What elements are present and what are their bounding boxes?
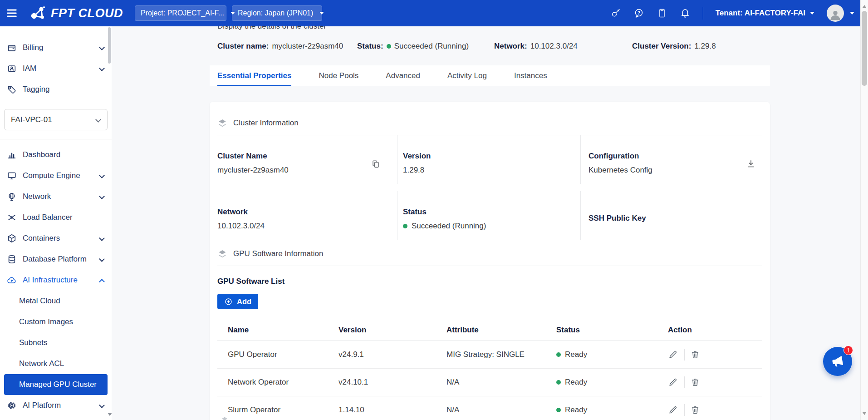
page-scrollbar[interactable]	[860, 0, 868, 420]
gpu-software-list-title: GPU Software List	[217, 277, 762, 286]
delete-trash-icon[interactable]	[690, 377, 700, 387]
page-scrollbar-thumb[interactable]	[862, 11, 867, 86]
chevron-down-icon	[99, 66, 104, 71]
field-label: Network	[217, 208, 397, 217]
sidebar-item-database-platform[interactable]: Database Platform	[0, 249, 112, 270]
sidebar-divider	[0, 139, 112, 139]
page-subtitle: Display the details of the cluster	[217, 26, 326, 31]
wallet-icon	[7, 43, 17, 53]
field-label: Status	[403, 208, 580, 217]
action-divider	[684, 376, 685, 388]
caret-down-icon	[810, 12, 814, 17]
next-section-layers-icon	[221, 416, 229, 420]
cloud-icon	[7, 275, 17, 285]
copy-icon[interactable]	[371, 159, 381, 169]
support-icon[interactable]: ?	[633, 8, 644, 19]
chevron-down-icon	[99, 173, 104, 178]
sidebar-item-dashboard[interactable]: Dashboard	[0, 144, 112, 165]
delete-trash-icon[interactable]	[690, 350, 700, 360]
sidebar-item-label: Database Platform	[23, 255, 99, 264]
caret-down-icon[interactable]	[850, 12, 854, 17]
download-icon[interactable]	[746, 159, 756, 169]
sidebar-item-compute-engine[interactable]: Compute Engine	[0, 165, 112, 186]
id-badge-icon	[7, 64, 17, 74]
status-dot	[556, 408, 561, 412]
database-icon	[7, 254, 17, 264]
sidebar-item-subnets[interactable]: Subnets	[0, 332, 112, 353]
sidebar-item-load-balancer[interactable]: Load Balancer	[0, 207, 112, 228]
cell-attribute: MIG Strategy: SINGLE	[436, 350, 546, 359]
scroll-up-arrow-icon[interactable]	[863, 3, 866, 8]
tab-label: Advanced	[386, 71, 420, 80]
sidebar-item-tagging[interactable]: Tagging	[0, 79, 112, 100]
hamburger-menu-icon[interactable]	[5, 6, 19, 20]
region-label: Region: Japan (JPN01)	[238, 9, 313, 17]
chevron-up-icon	[99, 277, 104, 283]
column-header-attribute: Attribute	[436, 326, 546, 335]
sidebar-scrollbar[interactable]	[108, 26, 111, 420]
essential-properties-card: Cluster Information Cluster Name myclust…	[210, 102, 770, 420]
sidebar-item-label: AI Infrastructure	[23, 276, 99, 285]
sidebar-item-custom-images[interactable]: Custom Images	[0, 311, 112, 332]
summary-network: Network: 10.102.3.0/24	[494, 42, 578, 51]
sidebar-item-metal-cloud[interactable]: Metal Cloud	[0, 291, 112, 311]
clipboard-icon[interactable]	[657, 8, 667, 19]
logo-molecule-icon	[29, 4, 47, 22]
sidebar-scrollbar-thumb[interactable]	[108, 27, 111, 64]
tab-node-pools[interactable]: Node Pools	[319, 65, 358, 86]
bell-icon[interactable]	[680, 8, 691, 19]
chevron-down-icon	[99, 236, 104, 241]
sidebar-item-network[interactable]: Network	[0, 186, 112, 207]
section-title: Cluster Information	[233, 119, 299, 128]
field-network: Network 10.102.3.0/24	[217, 191, 397, 240]
edit-pencil-icon[interactable]	[668, 377, 678, 387]
column-header-action: Action	[657, 326, 762, 335]
region-selector[interactable]: Region: Japan (JPN01)	[232, 5, 322, 21]
add-gpu-software-button[interactable]: Add	[217, 294, 258, 309]
status-dot	[556, 352, 561, 357]
tab-instances[interactable]: Instances	[514, 65, 547, 86]
sidebar-item-label: Managed GPU Cluster	[19, 380, 97, 389]
cell-attribute: N/A	[436, 378, 546, 387]
sidebar-item-ai-infrastructure[interactable]: AI Infrastructure	[0, 270, 112, 291]
field-value: 10.102.3.0/24	[217, 222, 397, 231]
sidebar-item-label: Billing	[23, 43, 99, 52]
key-icon[interactable]	[610, 8, 621, 19]
sidebar-item-iam[interactable]: IAM	[0, 58, 112, 79]
tab-activity-log[interactable]: Activity Log	[447, 65, 487, 86]
detail-tabs: Essential Properties Node Pools Advanced…	[210, 65, 770, 86]
vpc-select[interactable]: FAI-VPC-01	[4, 109, 108, 130]
sidebar-item-label: IAM	[23, 64, 99, 73]
summary-label: Cluster Version:	[632, 42, 691, 51]
tab-label: Essential Properties	[217, 71, 291, 80]
scroll-down-arrow-icon[interactable]	[863, 412, 866, 417]
cell-version: v24.9.1	[328, 350, 436, 359]
sidebar-item-ai-platform[interactable]: AI Platform	[0, 395, 112, 416]
delete-trash-icon[interactable]	[690, 405, 700, 415]
sidebar-item-network-acl[interactable]: Network ACL	[0, 353, 112, 374]
chevron-down-icon	[99, 45, 104, 50]
header-divider	[703, 7, 703, 20]
sidebar-item-managed-gpu-cluster[interactable]: Managed GPU Cluster	[4, 374, 108, 395]
sidebar-item-containers[interactable]: Containers	[0, 228, 112, 249]
layers-icon	[217, 118, 227, 128]
field-value: Kubernetes Config	[588, 166, 762, 175]
tab-essential-properties[interactable]: Essential Properties	[217, 65, 291, 86]
project-selector[interactable]: Project: PROJECT_AI-F...	[135, 5, 226, 21]
cluster-information-section-header: Cluster Information	[217, 102, 762, 135]
action-divider	[684, 404, 685, 416]
cell-status: Ready	[565, 378, 587, 387]
status-dot	[556, 380, 561, 385]
announcements-fab[interactable]: 1	[823, 347, 852, 376]
field-configuration: Configuration Kubernetes Config	[580, 135, 762, 184]
sidebar-item-billing[interactable]: Billing	[0, 37, 112, 58]
svg-text:?: ?	[638, 10, 640, 15]
summary-label: Status:	[357, 42, 383, 51]
tab-advanced[interactable]: Advanced	[386, 65, 420, 86]
edit-pencil-icon[interactable]	[668, 350, 678, 360]
tenant-selector[interactable]: Tenant: AI-FACTORY-FAI	[716, 9, 814, 18]
edit-pencil-icon[interactable]	[668, 405, 678, 415]
status-dot	[403, 224, 407, 228]
sidebar-scroll-down-arrow-icon[interactable]	[108, 413, 112, 418]
avatar[interactable]	[827, 5, 844, 22]
